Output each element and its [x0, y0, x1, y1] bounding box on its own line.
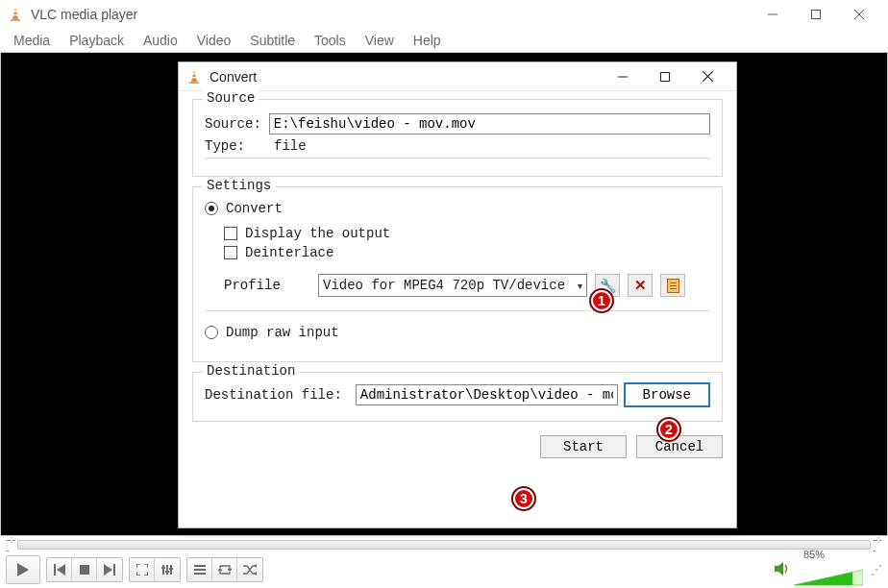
source-legend: Source — [203, 90, 259, 106]
menu-media[interactable]: Media — [6, 31, 58, 50]
source-label: Source: — [205, 116, 261, 132]
svg-rect-26 — [165, 571, 169, 573]
svg-rect-11 — [191, 77, 196, 78]
svg-rect-21 — [113, 564, 115, 576]
source-input[interactable] — [269, 113, 710, 135]
svg-marker-31 — [254, 564, 257, 568]
menubar: Media Playback Audio Video Subtitle Tool… — [0, 29, 888, 52]
volume-text: 85% — [803, 549, 825, 560]
profile-value: Video for MPEG4 720p TV/device — [323, 278, 565, 293]
svg-rect-5 — [811, 11, 820, 19]
dialog-maximize-button[interactable] — [644, 63, 686, 90]
type-label: Type: — [205, 138, 266, 154]
main-maximize-button[interactable] — [794, 1, 837, 28]
dialog-cone-icon — [186, 69, 202, 85]
browse-button[interactable]: Browse — [624, 382, 710, 407]
profile-combo[interactable]: Video for MPEG4 720p TV/device — [318, 274, 587, 297]
play-icon — [17, 563, 29, 576]
annotation-1: 1 — [591, 290, 612, 311]
display-output-label: Display the output — [245, 226, 390, 241]
controls-bar: 85% ⋰ — [0, 553, 888, 586]
svg-rect-17 — [54, 564, 56, 576]
dest-file-label: Destination file: — [205, 387, 342, 403]
svg-marker-0 — [12, 8, 18, 19]
video-area: Convert Source Source: Type: file — [0, 52, 888, 536]
dump-raw-radio[interactable] — [205, 326, 218, 339]
playlist-button[interactable] — [187, 558, 212, 581]
menu-video[interactable]: Video — [189, 31, 239, 50]
volume-slider[interactable] — [794, 568, 863, 587]
svg-rect-25 — [161, 567, 165, 569]
loop-button[interactable] — [212, 558, 237, 581]
volume-area: 85% ⋰ — [775, 553, 882, 587]
time-left: --:-- — [4, 534, 17, 555]
svg-rect-22 — [162, 565, 164, 575]
main-titlebar: VLC media player — [0, 0, 888, 29]
x-red-icon: ✕ — [634, 277, 647, 294]
fullscreen-button[interactable] — [130, 558, 155, 581]
deinterlace-checkbox[interactable] — [224, 246, 237, 259]
dialog-titlebar: Convert — [179, 62, 736, 91]
menu-audio[interactable]: Audio — [136, 31, 185, 50]
svg-marker-8 — [191, 70, 197, 82]
play-button[interactable] — [6, 555, 40, 584]
playback-group — [46, 557, 123, 582]
new-profile-button[interactable] — [660, 274, 685, 297]
main-minimize-button[interactable] — [751, 1, 794, 28]
speaker-icon[interactable] — [775, 562, 790, 578]
prev-button[interactable] — [47, 558, 72, 581]
vlc-cone-icon — [8, 7, 23, 22]
cancel-button[interactable]: Cancel — [636, 435, 723, 458]
seek-area: --:-- --:-- — [0, 536, 888, 553]
destination-group: Destination Destination file: Browse — [192, 372, 723, 422]
playlist-group — [186, 557, 263, 582]
dialog-minimize-button[interactable] — [602, 63, 644, 90]
display-output-checkbox[interactable] — [224, 227, 237, 240]
new-profile-icon — [667, 279, 679, 293]
dialog-title: Convert — [210, 69, 257, 85]
dialog-close-button[interactable] — [686, 63, 728, 90]
svg-rect-27 — [169, 568, 173, 570]
svg-rect-19 — [80, 565, 89, 575]
settings-group: Settings Convert Display the output Dein… — [192, 186, 723, 362]
svg-rect-23 — [166, 565, 168, 575]
ext-settings-button[interactable] — [155, 558, 180, 581]
main-close-button[interactable] — [837, 1, 880, 28]
svg-marker-16 — [17, 563, 29, 576]
svg-rect-1 — [11, 19, 20, 21]
svg-marker-32 — [254, 572, 257, 576]
convert-radio-label: Convert — [226, 201, 283, 216]
delete-profile-button[interactable]: ✕ — [628, 274, 653, 297]
deinterlace-label: Deinterlace — [245, 245, 333, 260]
main-title: VLC media player — [31, 7, 137, 22]
seek-bar[interactable] — [17, 540, 871, 550]
next-button[interactable] — [97, 558, 122, 581]
stop-button[interactable] — [72, 558, 97, 581]
svg-marker-20 — [104, 564, 112, 576]
source-group: Source Source: Type: file — [192, 99, 723, 177]
type-value: file — [274, 138, 307, 154]
svg-rect-3 — [12, 14, 17, 15]
menu-subtitle[interactable]: Subtitle — [242, 31, 303, 50]
convert-radio[interactable] — [205, 202, 218, 215]
view-group — [129, 557, 181, 582]
svg-marker-18 — [57, 564, 65, 576]
dump-raw-label: Dump raw input — [226, 325, 339, 340]
annotation-2: 2 — [658, 419, 679, 440]
destination-legend: Destination — [203, 363, 299, 379]
annotation-3: 3 — [513, 488, 534, 509]
profile-label: Profile — [224, 278, 310, 293]
settings-legend: Settings — [203, 178, 275, 193]
svg-marker-33 — [775, 562, 783, 576]
menu-view[interactable]: View — [358, 31, 402, 50]
dest-file-input[interactable] — [356, 384, 618, 405]
svg-rect-10 — [192, 73, 196, 74]
convert-dialog: Convert Source Source: Type: file — [178, 61, 737, 528]
start-button[interactable]: Start — [540, 435, 627, 458]
shuffle-button[interactable] — [237, 558, 262, 581]
resize-grip-icon[interactable]: ⋰ — [867, 563, 882, 576]
menu-playback[interactable]: Playback — [62, 31, 132, 50]
menu-help[interactable]: Help — [406, 31, 449, 50]
menu-tools[interactable]: Tools — [307, 31, 354, 50]
svg-rect-9 — [189, 82, 199, 84]
